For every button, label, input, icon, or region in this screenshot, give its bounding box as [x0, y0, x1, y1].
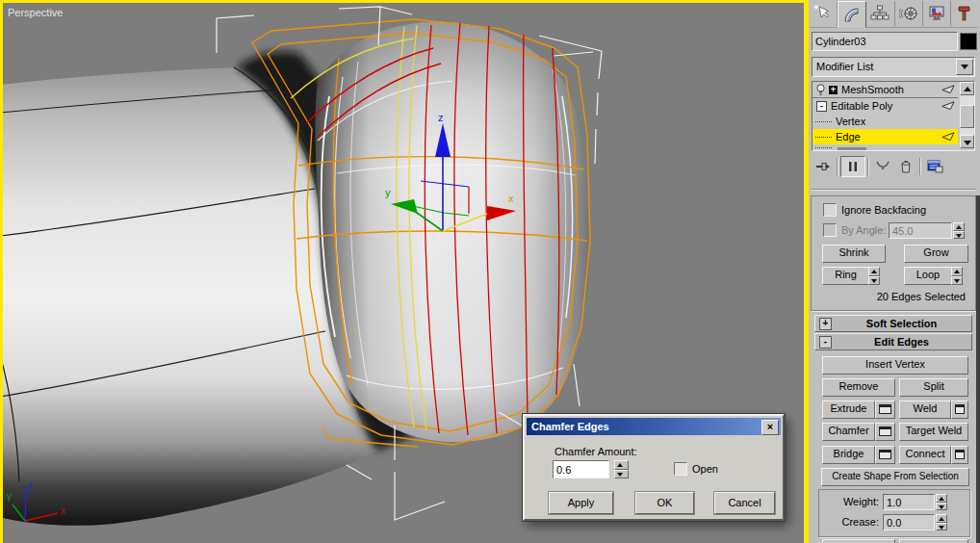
remove-button[interactable]: Remove: [822, 378, 895, 397]
modifier-list-dropdown[interactable]: Modifier List: [812, 57, 975, 77]
dialog-close-button[interactable]: ×: [761, 420, 779, 435]
stack-row-editable-poly[interactable]: - Editable Poly: [812, 98, 958, 114]
loop-spinner[interactable]: [951, 267, 963, 285]
extrude-settings-button[interactable]: [875, 401, 895, 419]
apply-button[interactable]: Apply: [549, 492, 613, 514]
tripod-z-label: z: [28, 480, 33, 491]
target-weld-button[interactable]: Target Weld: [899, 423, 968, 441]
weight-field-frame: [883, 494, 935, 510]
panel-scrollbar[interactable]: [976, 195, 980, 543]
spinner-down-icon[interactable]: [614, 470, 629, 479]
spinner-down-icon[interactable]: [953, 231, 965, 240]
clipped-button-left[interactable]: [822, 539, 895, 543]
dialog-titlebar[interactable]: Chamfer Edges ×: [527, 418, 781, 435]
stack-scroll-up-button[interactable]: [960, 82, 974, 95]
spinner-up-icon[interactable]: [936, 514, 947, 523]
split-button[interactable]: Split: [899, 378, 968, 397]
show-end-result-button[interactable]: [840, 156, 865, 177]
spinner-up-icon[interactable]: [951, 267, 963, 276]
dialog-title: Chamfer Edges: [531, 421, 609, 432]
stack-scroll-thumb[interactable]: [960, 105, 974, 128]
pin-stack-button[interactable]: [812, 157, 835, 176]
configure-modifier-sets-button[interactable]: [923, 157, 946, 176]
ring-button[interactable]: Ring: [822, 267, 869, 285]
by-angle-field-frame: [889, 222, 952, 239]
command-panel: Modifier List + MeshSmooth: [809, 0, 980, 543]
modify-tab-icon: [842, 5, 862, 24]
edit-edges-rollout[interactable]: - Edit Edges: [814, 333, 972, 350]
open-label: Open: [692, 463, 718, 475]
expand-icon[interactable]: +: [829, 86, 838, 94]
spinner-up-icon[interactable]: [936, 494, 947, 503]
extrude-button[interactable]: Extrude: [822, 401, 875, 419]
loop-button[interactable]: Loop: [904, 267, 952, 285]
object-name-field-frame: [812, 32, 958, 51]
spinner-down-icon[interactable]: [936, 523, 947, 531]
stack-row-vertex[interactable]: Vertex: [812, 114, 958, 129]
soft-selection-rollout[interactable]: + Soft Selection: [814, 315, 972, 332]
edit-edges-title: Edit Edges: [832, 336, 971, 348]
chamfer-amount-input[interactable]: [554, 461, 608, 478]
tab-create[interactable]: [810, 1, 838, 26]
insert-vertex-button[interactable]: Insert Vertex: [822, 356, 968, 375]
ring-spinner[interactable]: [868, 267, 880, 285]
crease-spinner[interactable]: [936, 514, 947, 530]
modifier-list-arrow-button[interactable]: [956, 59, 973, 75]
weld-settings-button[interactable]: [951, 401, 968, 419]
close-icon: ×: [767, 421, 773, 432]
spinner-down-icon[interactable]: [936, 503, 947, 511]
create-tab-icon: [813, 4, 833, 23]
modifier-list-value: Modifier List: [816, 61, 873, 72]
lightbulb-icon[interactable]: [815, 84, 826, 96]
stack-row-edge-selected[interactable]: Edge: [812, 129, 958, 144]
cancel-button[interactable]: Cancel: [714, 492, 775, 514]
make-unique-button[interactable]: [871, 157, 894, 176]
rollout-collapse-icon[interactable]: -: [819, 336, 832, 349]
connect-settings-button[interactable]: [951, 446, 968, 464]
stack-scroll-down-button[interactable]: [960, 135, 974, 148]
spinner-down-icon[interactable]: [951, 276, 963, 286]
create-shape-button[interactable]: Create Shape From Selection: [821, 468, 969, 486]
object-color-swatch[interactable]: [960, 33, 977, 50]
bridge-button[interactable]: Bridge: [822, 446, 875, 464]
crease-input[interactable]: [884, 515, 934, 530]
tab-utilities[interactable]: [951, 1, 978, 26]
tab-modify[interactable]: [838, 1, 866, 28]
chamfer-button[interactable]: Chamfer: [822, 423, 875, 441]
collapse-icon[interactable]: -: [816, 101, 827, 112]
spinner-down-icon[interactable]: [868, 276, 880, 286]
stack-row-label: Edge: [836, 131, 861, 142]
tab-hierarchy[interactable]: [866, 1, 894, 26]
chamfer-settings-button[interactable]: [875, 423, 895, 441]
stack-scrollbar[interactable]: [960, 82, 974, 148]
toolbar-separator: [919, 158, 921, 175]
spinner-up-icon[interactable]: [868, 267, 880, 276]
grow-button[interactable]: Grow: [904, 245, 968, 263]
shrink-button[interactable]: Shrink: [822, 245, 886, 263]
bridge-settings-button[interactable]: [875, 446, 895, 464]
spinner-up-icon[interactable]: [614, 460, 629, 470]
stack-row-meshsmooth[interactable]: + MeshSmooth: [812, 82, 958, 98]
stack-row-partial[interactable]: [812, 144, 958, 150]
rollout-expand-icon[interactable]: +: [819, 318, 832, 330]
weld-button[interactable]: Weld: [899, 401, 951, 419]
by-angle-spinner[interactable]: [953, 222, 965, 239]
ok-button[interactable]: OK: [635, 492, 694, 514]
stack-row-label: Vertex: [836, 116, 865, 127]
tab-display[interactable]: [923, 1, 951, 26]
tab-motion[interactable]: [895, 1, 923, 26]
weight-spinner[interactable]: [936, 494, 947, 510]
by-angle-checkbox[interactable]: [823, 223, 837, 237]
remove-modifier-button[interactable]: [894, 157, 917, 176]
chamfer-amount-spinner[interactable]: [614, 460, 629, 478]
object-name-input[interactable]: [812, 33, 957, 50]
weight-input[interactable]: [884, 495, 934, 509]
open-checkbox[interactable]: [674, 462, 687, 476]
clipped-button-right[interactable]: [899, 539, 968, 543]
by-angle-input[interactable]: [890, 223, 951, 238]
connect-button[interactable]: Connect: [899, 446, 951, 464]
viewport-label[interactable]: Perspective: [8, 7, 63, 18]
tripod-y-label: Y: [6, 493, 13, 504]
ignore-backfacing-checkbox[interactable]: [823, 203, 837, 217]
spinner-up-icon[interactable]: [953, 222, 965, 231]
